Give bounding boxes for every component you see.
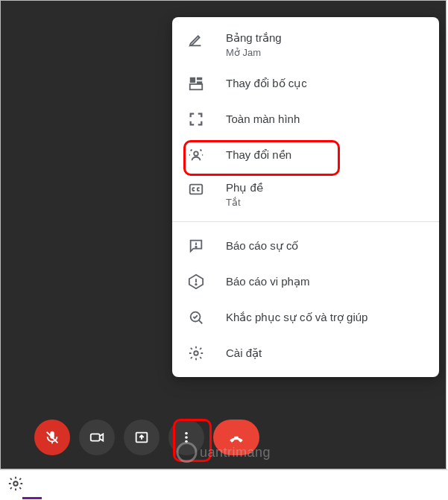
svg-point-7 (195, 247, 196, 247)
menu-item-report-abuse[interactable]: Báo cáo vi phạm (172, 264, 439, 300)
gear-icon (187, 344, 205, 362)
layout-icon (187, 75, 205, 92)
menu-label: Thay đổi nền (226, 148, 291, 162)
video-call-area: Bảng trắng Mở Jam Thay đổi bố cục Toàn m… (0, 0, 447, 469)
svg-rect-14 (90, 434, 99, 440)
hangup-button[interactable] (213, 420, 259, 455)
camera-button[interactable] (79, 420, 115, 455)
menu-label: Báo cáo vi phạm (226, 274, 309, 289)
menu-item-report-problem[interactable]: Báo cáo sự cố (172, 228, 439, 264)
troubleshoot-icon (187, 308, 205, 326)
edit-icon (187, 31, 205, 48)
menu-item-layout[interactable]: Thay đổi bố cục (172, 66, 439, 101)
menu-item-whiteboard[interactable]: Bảng trắng Mở Jam (172, 23, 439, 66)
closed-captions-icon (187, 180, 205, 198)
call-toolbar (1, 420, 446, 455)
menu-sublabel: Mở Jam (226, 47, 282, 58)
menu-item-fullscreen[interactable]: Toàn màn hình (172, 101, 439, 137)
svg-rect-3 (190, 84, 203, 89)
active-indicator (22, 497, 42, 499)
menu-divider (172, 221, 439, 222)
svg-rect-0 (190, 77, 195, 83)
fullscreen-icon (187, 110, 205, 128)
more-options-button[interactable] (168, 420, 204, 455)
svg-point-10 (195, 284, 196, 285)
background-effect-icon (187, 146, 205, 164)
svg-point-18 (185, 440, 188, 443)
microphone-button[interactable] (34, 420, 70, 455)
menu-item-settings[interactable]: Cài đặt (172, 335, 439, 371)
menu-label: Thay đổi bố cục (226, 76, 307, 91)
menu-label: Bảng trắng (226, 31, 282, 45)
menu-label: Cài đặt (226, 346, 262, 361)
menu-item-change-background[interactable]: Thay đổi nền (172, 137, 439, 173)
svg-rect-1 (197, 77, 202, 80)
svg-point-19 (13, 481, 18, 486)
svg-point-16 (185, 432, 188, 435)
svg-point-4 (194, 151, 198, 156)
svg-point-12 (194, 351, 198, 355)
menu-label: Phụ đề (226, 180, 263, 195)
more-options-menu: Bảng trắng Mở Jam Thay đổi bố cục Toàn m… (172, 17, 439, 377)
report-icon (187, 273, 205, 291)
present-screen-button[interactable] (124, 420, 160, 455)
menu-item-captions[interactable]: Phụ đề Tắt (172, 173, 439, 215)
menu-sublabel: Tắt (226, 197, 263, 208)
browser-bottom-bar (0, 469, 448, 499)
gear-icon[interactable] (7, 475, 24, 495)
menu-label: Khắc phục sự cố và trợ giúp (226, 310, 367, 325)
menu-label: Báo cáo sự cố (226, 238, 298, 253)
feedback-icon (187, 237, 205, 255)
svg-rect-5 (190, 185, 203, 194)
svg-point-17 (185, 436, 188, 439)
menu-item-troubleshoot[interactable]: Khắc phục sự cố và trợ giúp (172, 300, 439, 335)
menu-label: Toàn màn hình (226, 112, 300, 127)
